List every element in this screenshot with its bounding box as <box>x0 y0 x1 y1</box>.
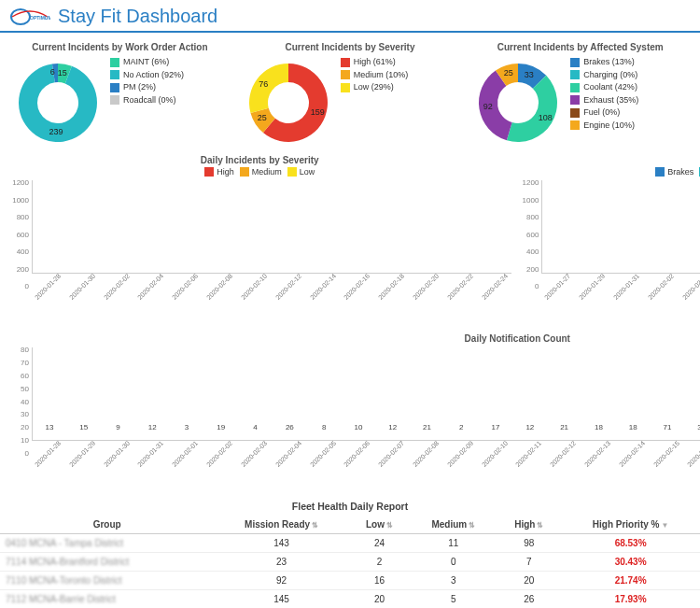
legend-item: High (61%) <box>341 56 409 69</box>
bar-value: 12 <box>525 423 534 431</box>
legend-label: Charging (0%) <box>583 69 637 82</box>
slice-value: 33 <box>525 70 534 79</box>
cell-high-pct: 30.43% <box>561 553 700 572</box>
cell-low: 24 <box>349 534 410 553</box>
bar-value: 4 <box>253 423 257 431</box>
cell-group: 7114 MCNA-Brantford District <box>0 553 214 572</box>
page-title: Stay Fit Dashboard <box>58 6 217 27</box>
cell-high-pct: 21.74% <box>561 572 700 590</box>
col-header[interactable]: High Priority %▼ <box>561 516 700 534</box>
legend-label: Roadcall (0%) <box>123 94 176 107</box>
cell-high: 26 <box>497 590 562 609</box>
bottom-row: Daily Notification Count 807060504030201… <box>0 330 700 497</box>
cell-medium: 0 <box>410 553 497 572</box>
bar-value: 17 <box>492 423 500 431</box>
legend: High (61%)Medium (10%)Low (29%) <box>341 56 409 94</box>
y-axis: 120010008006004002000 <box>517 178 541 290</box>
cell-group: 0410 MCNA - Tampa District <box>0 534 214 553</box>
bar-chart: Daily Notification Count 807060504030201… <box>7 333 700 493</box>
table-row: 0410 MCNA - Tampa District 143 24 11 98 … <box>0 534 700 553</box>
cell-medium: 11 <box>410 534 497 553</box>
legend-label: Fuel (0%) <box>583 106 620 120</box>
x-axis: 2020-01-272020-01-292020-01-312020-02-02… <box>541 290 700 326</box>
slice-value: 239 <box>49 127 63 136</box>
col-header[interactable]: Mission Ready⇅ <box>214 516 349 534</box>
bar-value: 21 <box>423 423 431 431</box>
stacked-row: Daily Incidents by Severity HighMediumLo… <box>0 151 700 330</box>
cell-mission-ready: 23 <box>214 553 349 572</box>
x-axis: 2020-01-282020-01-302020-02-022020-02-04… <box>32 290 511 326</box>
plot-area <box>541 180 700 274</box>
legend-item: Low <box>287 167 315 177</box>
bar-value: 21 <box>560 423 568 431</box>
legend-item: Coolant (42%) <box>570 81 638 94</box>
legend: HighMediumLow <box>7 167 511 177</box>
legend: Brakes (13%)Charging (0%)Coolant (42%)Ex… <box>570 56 638 132</box>
cell-high-pct: 68.53% <box>561 534 700 553</box>
slice-value: 159 <box>311 107 325 117</box>
legend: MAINT (6%)No Action (92%)PM (2%)Roadcall… <box>110 56 184 106</box>
table-body: 0410 MCNA - Tampa District 143 24 11 98 … <box>0 534 700 609</box>
bar-value: 15 <box>79 423 88 431</box>
bar-value: 19 <box>217 423 225 431</box>
chart-title: Daily Incidents by Affected System <box>517 155 700 165</box>
chart-title: Current Incidents by Severity <box>242 42 459 52</box>
bar-chart: Daily Incidents by Severity HighMediumLo… <box>7 155 511 326</box>
slice-value: 25 <box>258 113 267 122</box>
legend-item: High <box>204 167 234 177</box>
legend-label: PM (2%) <box>123 81 156 94</box>
donut-card: Current Incidents by Severity 1592576 Hi… <box>238 38 463 149</box>
legend-item: Roadcall (0%) <box>110 94 184 107</box>
chart-title: Daily Incidents by Severity <box>7 155 511 165</box>
legend-item: Charging (0%) <box>570 69 638 82</box>
bar-value: 71 <box>664 423 672 431</box>
slice-value: 108 <box>539 113 553 122</box>
cell-high: 7 <box>497 553 562 572</box>
bar-value: 3 <box>185 423 189 431</box>
cell-group: 7112 MCNA-Barrie District <box>0 590 214 609</box>
legend-label: Coolant (42%) <box>583 81 637 94</box>
donut-row: Current Incidents by Work Order Action 1… <box>0 33 700 151</box>
cell-low: 20 <box>349 590 410 609</box>
legend: BrakesChargingCoolantEngineExhaustFuel <box>517 167 700 177</box>
bar-value: 26 <box>286 423 294 431</box>
cell-mission-ready: 92 <box>214 572 349 590</box>
legend-label: MAINT (6%) <box>123 56 169 69</box>
bar-value: 10 <box>354 423 362 431</box>
legend-item: Low (29%) <box>341 81 409 94</box>
slice-value: 15 <box>58 68 67 78</box>
sort-icon: ⇅ <box>312 521 318 530</box>
col-header[interactable]: Low⇅ <box>349 516 410 534</box>
cell-low: 2 <box>349 553 410 572</box>
bar-value: 2 <box>459 423 463 431</box>
cell-mission-ready: 143 <box>214 534 349 553</box>
legend-label: Medium (10%) <box>354 69 409 82</box>
legend-item: Engine (10%) <box>570 120 638 133</box>
slice-value: 25 <box>504 68 513 78</box>
bar-value: 9 <box>116 423 119 431</box>
donut-chart: 152396 <box>11 56 105 149</box>
table-row: 7110 MCNA-Toronto District 92 16 3 20 21… <box>0 572 700 590</box>
donut-chart: 331089225 <box>471 56 565 149</box>
optimum-logo: OPTIMUM <box>9 7 50 26</box>
table-row: 7112 MCNA-Barrie District 145 20 5 26 17… <box>0 590 700 609</box>
table-row: 7114 MCNA-Brantford District 23 2 0 7 30… <box>0 553 700 572</box>
table-header-row: GroupMission Ready⇅Low⇅Medium⇅High⇅High … <box>0 516 700 534</box>
svg-text:OPTIMUM: OPTIMUM <box>30 15 50 21</box>
bar-chart: Daily Incidents by Affected System Brake… <box>517 155 700 326</box>
bar-value: 18 <box>595 423 603 431</box>
donut-chart: 1592576 <box>242 56 335 149</box>
bar-value: 12 <box>388 423 397 431</box>
chart-title: Daily Notification Count <box>7 333 700 344</box>
col-header[interactable]: Group <box>0 516 214 534</box>
col-header[interactable]: High⇅ <box>497 516 562 534</box>
legend-item: Medium <box>240 167 282 177</box>
col-header[interactable]: Medium⇅ <box>410 516 497 534</box>
cell-high: 20 <box>497 572 562 590</box>
legend-item: Exhaust (35%) <box>570 94 638 107</box>
cell-medium: 5 <box>410 590 497 609</box>
cell-high: 98 <box>497 534 562 553</box>
legend-label: Low (29%) <box>354 81 394 94</box>
bar-value: 13 <box>45 423 53 431</box>
plot-area <box>32 180 511 274</box>
